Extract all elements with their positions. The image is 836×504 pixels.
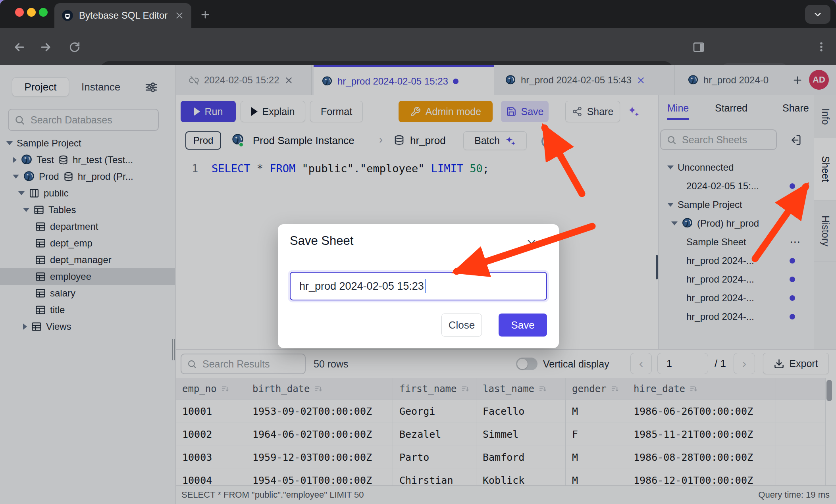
collapse-panel-icon[interactable]: [790, 134, 801, 146]
tree-item-tables[interactable]: Tables: [0, 202, 175, 218]
chevron-right-icon[interactable]: [23, 323, 27, 330]
chevron-down-icon[interactable]: [18, 191, 25, 195]
instance-name[interactable]: Prod Sample Instance: [253, 135, 354, 147]
chevron-down-icon[interactable]: [6, 141, 13, 145]
sidebar-resize-handle[interactable]: [172, 339, 175, 360]
ai-sparkles-icon[interactable]: [627, 106, 640, 117]
column-header[interactable]: hire_date: [627, 378, 776, 400]
user-avatar[interactable]: AD: [809, 70, 829, 90]
sheet-tab-4[interactable]: hr_prod 2024-0: [680, 65, 789, 95]
cell[interactable]: Bamford: [476, 446, 566, 469]
results-search[interactable]: [181, 354, 306, 374]
back-button[interactable]: [13, 40, 26, 54]
sheet-tab-active[interactable]: hr_prod 2024-02-05 15:23: [314, 65, 494, 95]
tree-item-table-dept-emp[interactable]: dept_emp: [0, 235, 175, 252]
column-header[interactable]: gender: [566, 378, 627, 400]
cell[interactable]: Parto: [393, 446, 476, 469]
sheet-item[interactable]: 2024-02-05 15:...: [659, 177, 814, 195]
tree-item-table-salary[interactable]: salary: [0, 285, 175, 302]
sheet-item[interactable]: hr_prod 2024-...: [659, 307, 814, 326]
rail-tab-sheet[interactable]: Sheet: [814, 138, 836, 200]
tree-item-views[interactable]: Views: [0, 318, 175, 335]
table-row[interactable]: 10002 1964-06-02T00:00:00Z Bezalel Simme…: [176, 423, 826, 446]
cell[interactable]: 1985-11-21T00:00:00Z: [627, 423, 776, 446]
cell[interactable]: 1986-06-26T00:00:00Z: [627, 400, 776, 423]
sheet-search[interactable]: [660, 129, 777, 150]
save-button[interactable]: Save: [501, 101, 549, 122]
sheet-item[interactable]: hr_prod 2024-...: [659, 270, 814, 289]
filter-sliders-icon[interactable]: [144, 81, 158, 94]
share-button[interactable]: Share: [565, 101, 620, 122]
tab-share[interactable]: Share: [782, 102, 809, 114]
cell[interactable]: Facello: [476, 400, 566, 423]
side-panel-icon[interactable]: [692, 41, 705, 54]
column-header[interactable]: birth_date: [246, 378, 393, 400]
tab-project[interactable]: Project: [12, 77, 69, 96]
browser-tab[interactable]: Bytebase SQL Editor: [54, 3, 191, 28]
chevron-down-icon[interactable]: [667, 165, 674, 169]
database-search-input[interactable]: [30, 114, 152, 126]
sort-icon[interactable]: [538, 385, 547, 394]
sheet-group-unconnected[interactable]: Unconnected: [659, 158, 814, 177]
tree-item-table-department[interactable]: department: [0, 218, 175, 235]
admin-mode-button[interactable]: Admin mode: [399, 101, 493, 122]
column-header[interactable]: last_name: [476, 378, 566, 400]
table-row[interactable]: 10004 1954-05-01T00:00:00Z Chirstian Kob…: [176, 469, 826, 486]
cell[interactable]: F: [566, 423, 627, 446]
sheet-tab-3[interactable]: hr_prod 2024-02-05 15:43: [497, 65, 675, 95]
cell[interactable]: Georgi: [393, 400, 476, 423]
batch-button[interactable]: Batch: [463, 131, 527, 150]
tree-item-hr-test[interactable]: Test hr_test (Test...: [0, 152, 175, 168]
tab-starred[interactable]: Starred: [715, 102, 747, 114]
dialog-save-button[interactable]: Save: [499, 314, 547, 337]
column-header[interactable]: first_name: [393, 378, 476, 400]
tab-close-icon[interactable]: [175, 11, 184, 20]
chevron-down-icon[interactable]: [667, 203, 674, 207]
window-zoom-button[interactable]: [39, 8, 48, 17]
sort-icon[interactable]: [611, 385, 620, 394]
sheet-group-hr-prod[interactable]: (Prod) hr_prod: [659, 214, 814, 233]
forward-button[interactable]: [39, 40, 52, 54]
tab-instance[interactable]: Instance: [81, 77, 120, 96]
tree-item-table-employee[interactable]: employee: [0, 268, 175, 285]
rail-tab-info[interactable]: Info: [814, 95, 836, 138]
chevron-down-icon[interactable]: [23, 208, 29, 212]
table-row[interactable]: 10001 1953-09-02T00:00:00Z Georgi Facell…: [176, 400, 826, 423]
tree-item-hr-prod[interactable]: Prod hr_prod (Pr...: [0, 168, 175, 185]
tree-item-table-title[interactable]: title: [0, 302, 175, 318]
database-search[interactable]: [8, 109, 159, 131]
sheet-group-sample-project[interactable]: Sample Project: [659, 195, 814, 214]
cell[interactable]: 1986-12-01T00:00:00Z: [627, 469, 776, 486]
table-scrollbar[interactable]: [826, 380, 832, 401]
cell[interactable]: 1964-06-02T00:00:00Z: [246, 423, 393, 446]
prev-page-button[interactable]: ‹: [630, 353, 652, 374]
sort-icon[interactable]: [221, 385, 230, 394]
cell[interactable]: Koblick: [476, 469, 566, 486]
vertical-display-toggle[interactable]: [516, 358, 537, 370]
page-number-input[interactable]: [657, 353, 708, 374]
cell[interactable]: 1953-09-02T00:00:00Z: [246, 400, 393, 423]
tree-item-table-dept-manager[interactable]: dept_manager: [0, 252, 175, 268]
sort-icon[interactable]: [689, 385, 698, 394]
table-row[interactable]: 10003 1959-12-03T00:00:00Z Parto Bamford…: [176, 446, 826, 469]
sync-ring-icon[interactable]: [541, 135, 555, 148]
window-close-button[interactable]: [15, 8, 24, 17]
cell[interactable]: Chirstian: [393, 469, 476, 486]
cell[interactable]: Bezalel: [393, 423, 476, 446]
cell[interactable]: 1986-08-28T00:00:00Z: [627, 446, 776, 469]
cell[interactable]: 10004: [176, 469, 246, 486]
tab-mine[interactable]: Mine: [667, 102, 689, 120]
sheet-item[interactable]: hr_prod 2024-...: [659, 251, 814, 270]
new-tab-button[interactable]: [200, 9, 211, 20]
results-search-input[interactable]: [202, 358, 299, 370]
sheet-item-sample-sheet[interactable]: Sample Sheet ⋯: [659, 233, 814, 251]
dialog-close-icon[interactable]: [526, 238, 537, 250]
cell[interactable]: Simmel: [476, 423, 566, 446]
export-button[interactable]: Export: [763, 353, 829, 374]
tab-close-icon[interactable]: [284, 76, 293, 85]
sort-icon[interactable]: [461, 385, 470, 394]
sheet-search-input[interactable]: [681, 134, 771, 146]
column-header[interactable]: emp_no: [176, 378, 246, 400]
tree-item-sample-project[interactable]: Sample Project: [0, 135, 175, 152]
more-options-icon[interactable]: ⋯: [790, 235, 801, 248]
